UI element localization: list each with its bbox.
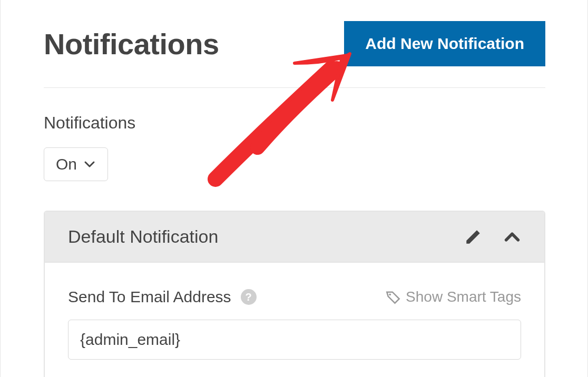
card-header: Default Notification: [45, 212, 544, 263]
chevron-down-icon: [83, 158, 96, 171]
field-row: Send To Email Address ? Show Smart Tags: [68, 288, 521, 306]
add-new-notification-button[interactable]: Add New Notification: [344, 21, 545, 66]
card-body: Send To Email Address ? Show Smart Tags: [45, 263, 544, 377]
header-divider: [44, 87, 545, 88]
page-title: Notifications: [44, 27, 219, 61]
notifications-toggle-value: On: [56, 155, 77, 173]
tag-icon: [386, 290, 400, 304]
svg-point-0: [389, 293, 391, 295]
send-to-label: Send To Email Address: [68, 288, 231, 306]
notifications-toggle-dropdown[interactable]: On: [44, 147, 108, 181]
card-title: Default Notification: [68, 226, 218, 247]
notifications-toggle-label: Notifications: [44, 113, 587, 133]
smart-tags-label: Show Smart Tags: [406, 289, 521, 305]
send-to-email-input[interactable]: [68, 320, 521, 360]
show-smart-tags-link[interactable]: Show Smart Tags: [386, 289, 521, 305]
chevron-up-icon[interactable]: [503, 228, 521, 246]
pencil-icon[interactable]: [464, 228, 482, 246]
notifications-panel: Notifications Add New Notification Notif…: [0, 0, 588, 377]
field-label-group: Send To Email Address ?: [68, 288, 257, 306]
default-notification-card: Default Notification Send To Email Addre…: [44, 211, 545, 377]
header-row: Notifications Add New Notification: [1, 0, 587, 87]
help-icon[interactable]: ?: [241, 289, 257, 305]
card-actions: [464, 228, 521, 246]
